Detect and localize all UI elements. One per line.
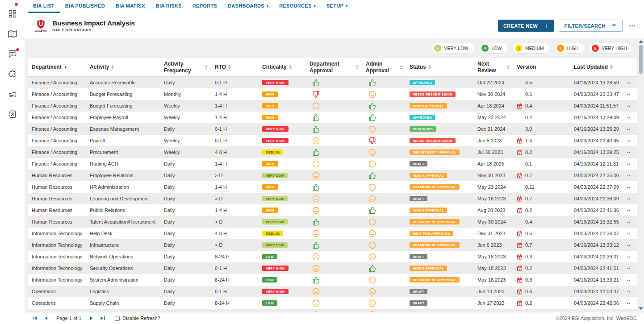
table-row[interactable]: Finance / AccountingBudget ForecastingWe… <box>28 100 637 112</box>
row-menu-button[interactable]: ⋯ <box>627 312 631 312</box>
scroll-up-button[interactable] <box>639 40 643 43</box>
legend-pill-very-low[interactable]: 5VERY LOW <box>431 43 475 54</box>
row-menu-button[interactable]: ⋯ <box>627 137 631 144</box>
table-row[interactable]: Information TechnologyNetwork Operations… <box>28 251 637 262</box>
row-menu-button[interactable]: ⋯ <box>627 172 631 179</box>
first-page-button[interactable] <box>32 315 38 321</box>
row-menu-button[interactable]: ⋯ <box>627 161 631 167</box>
cell-criticality: VERY LOW <box>259 170 306 181</box>
table-row[interactable]: Sales / MarketingContent MarketingDaily1… <box>28 309 637 312</box>
tab-resources[interactable]: RESOURCES▾ <box>274 0 321 13</box>
legend-pill-very-high[interactable]: 5VERY HIGH <box>589 43 633 54</box>
cell-last-updated: 04/03/2024 22:38:09 <box>570 193 627 204</box>
table-row[interactable]: Information TechnologyInfrastructureDail… <box>28 239 637 251</box>
table-row[interactable]: Finance / AccountingRouting ACHDaily1-4 … <box>28 158 637 170</box>
row-menu-button[interactable]: ⋯ <box>627 184 631 191</box>
table-row[interactable]: Finance / AccountingEmployee PayrollWeek… <box>28 112 637 123</box>
column-header-next-review[interactable]: Next Review <box>474 59 513 75</box>
row-menu-button[interactable]: ⋯ <box>627 219 631 225</box>
bia-table: Department▲ActivityActivity FrequencyRTO… <box>28 58 637 312</box>
sidebar-item-contacts[interactable] <box>7 110 18 120</box>
sidebar-item-announcements[interactable] <box>7 90 18 100</box>
sort-icon <box>228 65 231 69</box>
row-menu-button[interactable]: ⋯ <box>627 207 631 214</box>
column-header-last-updated[interactable]: Last Updated <box>570 62 627 72</box>
create-new-button[interactable]: CREATE NEW + <box>498 20 554 32</box>
table-row[interactable]: Human ResourcesTalent Acquisition/Recrui… <box>28 216 637 228</box>
legend-pill-low[interactable]: 4LOW <box>479 43 508 54</box>
cell-next-review: May 18 2023 <box>474 262 513 274</box>
cell-version: 0.2 <box>513 297 570 309</box>
last-page-button[interactable] <box>100 315 106 321</box>
scrollbar-thumb[interactable] <box>639 45 643 74</box>
row-menu-button[interactable]: ⋯ <box>627 253 631 260</box>
tab-setup[interactable]: SETUP▾ <box>321 0 353 13</box>
sidebar-item-plugins[interactable] <box>7 70 18 80</box>
row-menu-button[interactable]: ⋯ <box>627 230 631 237</box>
tab-bia-published[interactable]: BIA PUBLISHED <box>60 0 110 13</box>
column-header-department[interactable]: Department▲ <box>28 62 86 72</box>
column-header-admin-approval[interactable]: Admin Approval <box>362 59 406 75</box>
column-header-status[interactable]: Status <box>406 62 474 72</box>
tab-dashboards[interactable]: DASHBOARDS▾ <box>222 0 274 13</box>
row-menu-button[interactable]: ⋯ <box>627 149 631 156</box>
legend-label: VERY LOW <box>444 46 468 51</box>
tab-bia-matrix[interactable]: BIA MATRIX <box>110 0 151 13</box>
cell-rto: 8-24 H <box>211 251 259 262</box>
cell-department-approval <box>306 77 362 88</box>
legend-pill-high[interactable]: 7HIGH <box>554 43 585 54</box>
row-menu-button[interactable]: ⋯ <box>627 114 631 121</box>
tab-bia-list[interactable]: BIA LIST <box>28 0 60 13</box>
column-header-criticality[interactable]: Criticality <box>259 62 306 72</box>
row-menu-button[interactable]: ⋯ <box>627 126 631 133</box>
cell-admin-approval <box>362 193 406 204</box>
sidebar-item-chat[interactable] <box>7 50 18 60</box>
table-row[interactable]: Information TechnologyHelp DeskDaily4-8 … <box>28 228 637 239</box>
row-menu-button[interactable]: ⋯ <box>627 91 631 98</box>
table-row[interactable]: Finance / AccountingProcurementWeekly4-8… <box>28 146 637 158</box>
row-menu-button[interactable]: ⋯ <box>627 265 631 272</box>
table-row[interactable]: Human ResourcesLearning and DevelopmentD… <box>28 193 637 204</box>
tab-label: DASHBOARDS <box>228 3 264 8</box>
next-page-button[interactable] <box>88 315 95 321</box>
row-menu-button[interactable]: ⋯ <box>627 277 631 283</box>
disable-refresh-checkbox[interactable] <box>115 316 120 321</box>
sidebar-item-dashboard[interactable] <box>7 9 18 20</box>
tab-bia-risks[interactable]: BIA RISKS <box>151 0 187 13</box>
table-row[interactable]: Finance / AccountingPayrollWeekly0-1 HVE… <box>28 135 637 146</box>
table-row[interactable]: Human ResourcesHR AdministrationDaily1-4… <box>28 181 637 193</box>
table-row[interactable]: Finance / AccountingBudget ForecastingMo… <box>28 88 637 100</box>
row-menu-button[interactable]: ⋯ <box>627 79 631 86</box>
table-row[interactable]: Human ResourcesPublic RelationsDaily1-4 … <box>28 204 637 216</box>
more-options-button[interactable]: ⋯ <box>627 22 638 30</box>
table-row[interactable]: OperationsSupply ChainDaily8-24 HLOWDRAF… <box>28 297 637 309</box>
prev-page-button[interactable] <box>43 315 49 321</box>
table-row[interactable]: Finance / AccountingExpense ManagementDa… <box>28 123 637 135</box>
table-row[interactable]: OperationsLogisticsDaily0-1 HVERY HIGHDR… <box>28 286 637 297</box>
table-row[interactable]: Information TechnologySystem Administrat… <box>28 274 637 286</box>
cell-admin-approval <box>362 274 406 286</box>
row-menu-button[interactable]: ⋯ <box>627 288 631 295</box>
table-row[interactable]: Finance / AccountingAccounts ReceivableD… <box>28 77 637 88</box>
table-row[interactable]: Human ResourcesEmployee RelationsDaily> … <box>28 170 637 181</box>
row-menu-button[interactable]: ⋯ <box>627 103 631 109</box>
row-menu-button[interactable]: ⋯ <box>627 195 631 202</box>
cell-status: DRAFT <box>406 286 474 297</box>
scroll-down-button[interactable] <box>639 307 643 310</box>
filter-search-button[interactable]: FILTER/SEARCH <box>559 20 623 32</box>
column-header-department-approval[interactable]: Department Approval <box>306 59 362 75</box>
column-header-activity[interactable]: Activity <box>86 62 160 72</box>
row-menu-button[interactable]: ⋯ <box>627 242 631 249</box>
disable-refresh[interactable]: Disable Refresh? <box>115 316 160 321</box>
sidebar-item-map[interactable] <box>7 29 18 40</box>
cell-version: 0.7 <box>513 193 570 204</box>
tab-reports[interactable]: REPORTS <box>187 0 222 13</box>
column-header-version[interactable]: Version <box>513 62 570 72</box>
column-header-rto[interactable]: RTO <box>211 62 259 72</box>
legend-pill-medium[interactable]: 3MEDIUM <box>512 43 550 54</box>
vertical-scrollbar[interactable] <box>638 39 644 311</box>
cell-activity: Help Desk <box>86 228 160 239</box>
column-header-activity-frequency[interactable]: Activity Frequency <box>160 59 211 75</box>
row-menu-button[interactable]: ⋯ <box>627 300 631 307</box>
table-row[interactable]: Information TechnologySecurity Operation… <box>28 262 637 274</box>
